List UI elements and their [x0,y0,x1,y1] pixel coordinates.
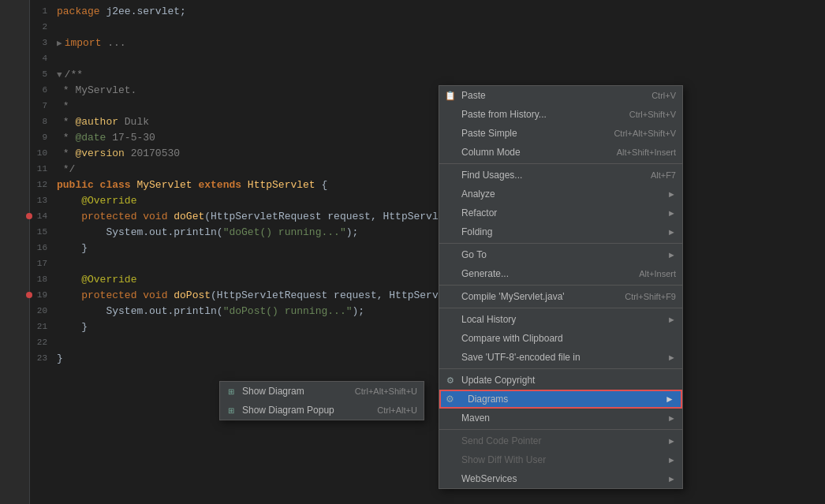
code-line-4: 4 [30,50,825,66]
menu-item-diagrams[interactable]: ⚙ Diagrams ► [439,390,682,409]
submenu-item-show-diagram[interactable]: ⊞ Show Diagram Ctrl+Alt+Shift+U [220,382,424,401]
code-line-3: 3 ▶import ... [30,35,825,50]
diagrams-arrow: ► [665,394,674,405]
menu-item-find-usages[interactable]: Find Usages... Alt+F7 [439,166,682,185]
menu-item-update-copyright[interactable]: ⚙ Update Copyright [439,371,682,390]
menu-item-compare-clipboard[interactable]: Compare with Clipboard [439,329,682,348]
menu-item-maven[interactable]: Maven ► [439,409,682,427]
menu-item-webservices[interactable]: WebServices ► [439,469,682,488]
editor-lines: 1 package j2ee.servlet; 2 3 ▶import ... … [30,0,825,366]
menu-separator-4 [439,308,682,308]
code-line-13: 13 @Override [30,192,825,208]
code-line-12: 12 public class MyServlet extends HttpSe… [30,177,825,192]
settings-icon-diagrams: ⚙ [446,394,454,405]
menu-item-send-code-pointer[interactable]: Send Code Pointer ► [439,431,682,450]
menu-separator-5 [439,368,682,369]
code-line-5: 5 ▼/** [30,66,825,82]
code-line-16: 16 } [30,240,825,256]
code-line-14: 14 protected void doGet(HttpServletReque… [30,208,825,224]
show-diagram-label: Show Diagram [242,386,304,397]
paste-icon: 📋 [444,89,457,102]
menu-separator-6 [439,429,682,430]
code-line-17: 17 [30,256,825,271]
code-line-10: 10 * @version 20170530 [30,145,825,161]
menu-item-paste[interactable]: 📋 Paste Ctrl+V [439,86,682,105]
menu-item-compile[interactable]: Compile 'MyServlet.java' Ctrl+Shift+F9 [439,287,682,306]
code-line-22: 22 [30,334,825,350]
code-line-2: 2 [30,19,825,35]
menu-item-local-history[interactable]: Local History ► [439,310,682,329]
menu-item-save-encoded[interactable]: Save 'UTF-8'-encoded file in ► [439,348,682,367]
code-line-6: 6 * MyServlet. [30,82,825,98]
menu-item-paste-simple[interactable]: Paste Simple Ctrl+Alt+Shift+V [439,124,682,143]
diagrams-label: Diagrams [468,394,508,405]
submenu-item-show-diagram-popup[interactable]: ⊞ Show Diagram Popup Ctrl+Alt+U [220,401,424,420]
show-diagram-popup-label: Show Diagram Popup [242,405,334,416]
code-line-15: 15 System.out.println("doGet() running..… [30,224,825,240]
code-line-11: 11 */ [30,161,825,177]
menu-separator-3 [439,285,682,286]
code-line-1: 1 package j2ee.servlet; [30,3,825,19]
context-menu[interactable]: 📋 Paste Ctrl+V Paste from History... Ctr… [439,85,683,489]
code-line-18: 18 @Override [30,271,825,287]
menu-item-analyze[interactable]: Analyze ► [439,185,682,203]
menu-item-column-mode[interactable]: Column Mode Alt+Shift+Insert [439,143,682,162]
diagram-icon-1: ⊞ [225,385,237,398]
diagram-icon-2: ⊞ [225,404,237,416]
code-line-9: 9 * @date 17-5-30 [30,129,825,145]
code-line-8: 8 * @author Dulk [30,114,825,129]
menu-separator-2 [439,243,682,244]
code-line-19: 19 protected void doPost(HttpServletRequ… [30,287,825,303]
menu-item-goto[interactable]: Go To ► [439,245,682,264]
editor-gutter [0,0,30,504]
diagrams-submenu[interactable]: ⊞ Show Diagram Ctrl+Alt+Shift+U ⊞ Show D… [219,381,424,420]
menu-item-show-diff-user[interactable]: Show Diff With User ► [439,450,682,469]
code-line-23: 23 } [30,350,825,366]
settings-icon-copyright: ⚙ [444,374,457,386]
menu-item-generate[interactable]: Generate... Alt+Insert [439,264,682,283]
menu-separator-1 [439,163,682,164]
menu-item-refactor[interactable]: Refactor ► [439,203,682,222]
menu-item-folding[interactable]: Folding ► [439,222,682,241]
code-line-21: 21 } [30,319,825,334]
menu-item-paste-history[interactable]: Paste from History... Ctrl+Shift+V [439,105,682,124]
code-editor: 1 package j2ee.servlet; 2 3 ▶import ... … [0,0,825,504]
code-line-20: 20 System.out.println("doPost() running.… [30,303,825,319]
code-line-7: 7 * [30,98,825,114]
